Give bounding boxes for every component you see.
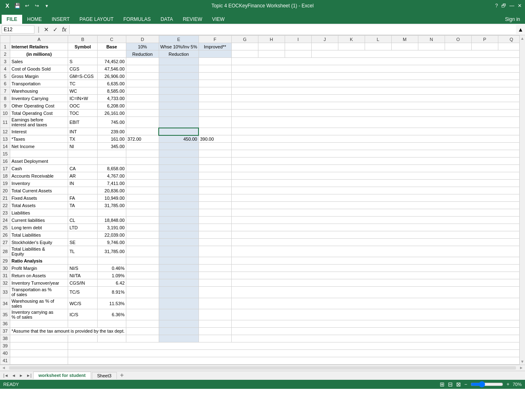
- cell-d17[interactable]: [126, 165, 159, 172]
- scroll-down-btn[interactable]: ▼: [520, 359, 525, 364]
- cell-b4[interactable]: CGS: [68, 65, 97, 73]
- cell-d27[interactable]: [126, 239, 159, 246]
- cell-e24[interactable]: [159, 217, 199, 224]
- cell-g24[interactable]: [231, 217, 519, 224]
- cell-g31[interactable]: [231, 272, 519, 279]
- col-header-c[interactable]: C: [97, 36, 126, 43]
- cell-b20[interactable]: [68, 187, 97, 194]
- name-box[interactable]: [2, 25, 34, 34]
- cell-f8[interactable]: [199, 95, 231, 102]
- cell-f9[interactable]: [199, 102, 231, 110]
- cell-b9[interactable]: OOC: [68, 102, 97, 110]
- cell-a10[interactable]: Total Operating Cost: [10, 110, 68, 117]
- cell-g17[interactable]: [231, 165, 519, 172]
- cell-e14[interactable]: [159, 143, 199, 150]
- cell-d29[interactable]: [126, 257, 159, 265]
- cell-f37[interactable]: [199, 327, 231, 335]
- cell-a19[interactable]: Inventory: [10, 180, 68, 187]
- cell-f31[interactable]: [199, 272, 231, 279]
- cell-g9[interactable]: [231, 102, 519, 110]
- cell-m1[interactable]: [391, 43, 418, 50]
- cell-d28[interactable]: [126, 246, 159, 257]
- cell-e29[interactable]: [159, 257, 199, 265]
- cell-c28[interactable]: 31,785.00: [97, 246, 126, 257]
- cell-c24[interactable]: 18,848.00: [97, 217, 126, 224]
- cell-a24[interactable]: Current liabilities: [10, 217, 68, 224]
- cell-e25[interactable]: [159, 224, 199, 231]
- cell-b26[interactable]: [68, 231, 97, 239]
- cell-b16[interactable]: [68, 158, 97, 165]
- cell-c21[interactable]: 10,949.00: [97, 194, 126, 202]
- cell-f36[interactable]: [199, 320, 231, 327]
- page-break-icon[interactable]: ⊟: [448, 381, 453, 388]
- cell-a37[interactable]: *Assume that the tax amount is provided …: [10, 327, 126, 335]
- cell-f30[interactable]: [199, 265, 231, 272]
- cell-a1[interactable]: Internet Retailers: [10, 43, 68, 50]
- scroll-up-btn[interactable]: ▲: [520, 36, 525, 41]
- cell-c9[interactable]: 6,208.00: [97, 102, 126, 110]
- cell-b14[interactable]: NI: [68, 143, 97, 150]
- cell-g4[interactable]: [231, 65, 519, 73]
- cell-d2[interactable]: Reduction: [126, 50, 159, 58]
- cell-a6[interactable]: Transportation: [10, 80, 68, 87]
- cell-e27[interactable]: [159, 239, 199, 246]
- col-header-d[interactable]: D: [126, 36, 159, 43]
- tab-pagelayout[interactable]: PAGE LAYOUT: [75, 15, 119, 24]
- cell-e8[interactable]: [159, 95, 199, 102]
- cell-d1[interactable]: 10%: [126, 43, 159, 50]
- cell-b2[interactable]: [68, 50, 97, 58]
- cell-j1[interactable]: [311, 43, 338, 50]
- cell-e16[interactable]: [159, 158, 199, 165]
- sign-in-btn[interactable]: Sign in: [502, 15, 523, 24]
- cell-c11[interactable]: 745.00: [97, 117, 126, 128]
- cell-f24[interactable]: [199, 217, 231, 224]
- cell-f33[interactable]: [199, 287, 231, 298]
- cell-rest-40[interactable]: [68, 349, 519, 357]
- cell-d9[interactable]: [126, 102, 159, 110]
- cell-g8[interactable]: [231, 95, 519, 102]
- formula-input[interactable]: [69, 25, 516, 34]
- cell-b27[interactable]: SE: [68, 239, 97, 246]
- grid-table-wrapper[interactable]: A B C D E F G H I J K L M N O: [0, 35, 519, 365]
- cell-b10[interactable]: TOC: [68, 110, 97, 117]
- cell-c3[interactable]: 74,452.00: [97, 58, 126, 65]
- cell-d26[interactable]: [126, 231, 159, 239]
- cell-a12[interactable]: Interest: [10, 128, 68, 135]
- cell-n1[interactable]: [418, 43, 445, 50]
- sheet-nav-first[interactable]: |◄: [2, 373, 10, 378]
- cell-f14[interactable]: [199, 143, 231, 150]
- cell-e19[interactable]: [159, 180, 199, 187]
- cell-d12[interactable]: [126, 128, 159, 135]
- cell-e30[interactable]: [159, 265, 199, 272]
- cell-i1[interactable]: [285, 43, 311, 50]
- cell-f10[interactable]: [199, 110, 231, 117]
- cell-b25[interactable]: LTD: [68, 224, 97, 231]
- cell-b5[interactable]: GM=S-CGS: [68, 73, 97, 80]
- cell-l1[interactable]: [365, 43, 391, 50]
- cell-c38[interactable]: [97, 335, 126, 342]
- redo-icon[interactable]: ↪: [33, 2, 41, 10]
- cell-h2[interactable]: [258, 50, 285, 58]
- cell-c23[interactable]: [97, 209, 126, 217]
- cell-f5[interactable]: [199, 73, 231, 80]
- cell-a39[interactable]: [10, 342, 68, 349]
- cell-g25[interactable]: [231, 224, 519, 231]
- cell-g10[interactable]: [231, 110, 519, 117]
- cell-f26[interactable]: [199, 231, 231, 239]
- cell-c35[interactable]: 6.36%: [97, 309, 126, 320]
- cell-c32[interactable]: 6.42: [97, 279, 126, 287]
- col-header-o[interactable]: O: [445, 36, 471, 43]
- cell-e37[interactable]: [159, 327, 199, 335]
- cell-q1[interactable]: [498, 43, 519, 50]
- cell-e34[interactable]: [159, 298, 199, 309]
- cell-g15[interactable]: [231, 150, 519, 158]
- cell-d20[interactable]: [126, 187, 159, 194]
- cell-c20[interactable]: 20,836.00: [97, 187, 126, 194]
- cell-d11[interactable]: [126, 117, 159, 128]
- cell-d23[interactable]: [126, 209, 159, 217]
- cell-c26[interactable]: 22,039.00: [97, 231, 126, 239]
- cell-f27[interactable]: [199, 239, 231, 246]
- cell-e21[interactable]: [159, 194, 199, 202]
- cell-e4[interactable]: [159, 65, 199, 73]
- cell-e6[interactable]: [159, 80, 199, 87]
